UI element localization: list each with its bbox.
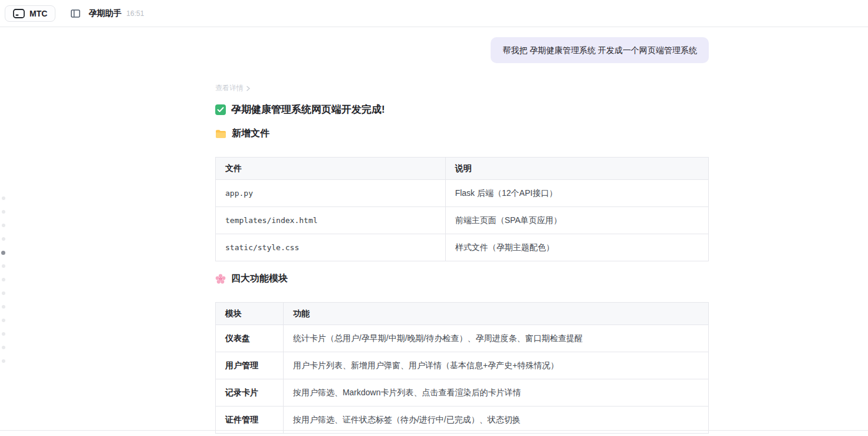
file-desc-cell: 前端主页面（SPA单页应用）: [445, 207, 708, 234]
column-header: 功能: [283, 303, 708, 325]
scroll-dot[interactable]: [2, 237, 5, 241]
table-row: static/style.css 样式文件（孕期主题配色）: [216, 234, 709, 261]
table-header-row: 模块 功能: [216, 303, 709, 325]
file-name-cell: app.py: [216, 180, 446, 207]
table-row: 用户管理 用户卡片列表、新增用户弹窗、用户详情（基本信息+孕产史+特殊情况）: [216, 352, 709, 379]
folder-icon: [215, 129, 226, 139]
scroll-dot-active[interactable]: [1, 251, 5, 255]
table-row: 仪表盘 统计卡片（总用户/孕早期/中期/晚期/待办检查）、孕周进度条、窗口期检查…: [216, 325, 709, 352]
table-row: 记录卡片 按用户筛选、Markdown卡片列表、点击查看渲染后的卡片详情: [216, 379, 709, 407]
scroll-dot[interactable]: [2, 264, 5, 268]
file-name-cell: templates/index.html: [216, 207, 446, 234]
files-section-heading: 新增文件: [215, 127, 709, 140]
brand-label: MTC: [29, 9, 47, 18]
module-name-cell: 记录卡片: [216, 379, 284, 407]
scroll-dot[interactable]: [2, 291, 5, 295]
flower-icon: [215, 274, 226, 284]
chat-area: 帮我把 孕期健康管理系统 开发成一个网页端管理系统 查看详情 孕期健康管理系统网…: [0, 37, 868, 434]
file-name-cell: static/style.css: [216, 234, 446, 261]
files-table: 文件 说明 app.py Flask 后端（12个API接口） template…: [215, 157, 709, 261]
table-header-row: 文件 说明: [216, 158, 709, 180]
module-desc-cell: 按用户筛选、证件状态标签（待办/进行中/已完成）、状态切换: [283, 407, 708, 434]
column-header: 模块: [216, 303, 284, 325]
bottom-divider: [0, 430, 868, 431]
done-heading-text: 孕期健康管理系统网页端开发完成!: [231, 103, 385, 116]
files-section-title: 新增文件: [232, 127, 269, 140]
modules-section-title: 四大功能模块: [231, 273, 288, 285]
scroll-dot[interactable]: [2, 319, 5, 322]
scroll-dot[interactable]: [2, 210, 5, 214]
view-details-label: 查看详情: [215, 83, 244, 93]
modules-table: 模块 功能 仪表盘 统计卡片（总用户/孕早期/中期/晚期/待办检查）、孕周进度条…: [215, 302, 709, 434]
chat-title: 孕期助手: [88, 8, 121, 19]
terminal-card-icon: [13, 9, 25, 18]
file-desc-cell: 样式文件（孕期主题配色）: [445, 234, 708, 261]
scroll-dot[interactable]: [2, 196, 5, 200]
module-name-cell: 证件管理: [216, 407, 284, 434]
scroll-dot[interactable]: [2, 224, 5, 227]
table-row: templates/index.html 前端主页面（SPA单页应用）: [216, 207, 709, 234]
view-details-link[interactable]: 查看详情: [215, 83, 251, 93]
column-header: 文件: [216, 158, 446, 180]
green-check-icon: [215, 104, 226, 115]
brand-badge[interactable]: MTC: [5, 5, 55, 22]
module-desc-cell: 统计卡片（总用户/孕早期/中期/晚期/待办检查）、孕周进度条、窗口期检查提醒: [283, 325, 708, 352]
column-header: 说明: [445, 158, 708, 180]
module-desc-cell: 按用户筛选、Markdown卡片列表、点击查看渲染后的卡片详情: [283, 379, 708, 407]
user-message-bubble: 帮我把 孕期健康管理系统 开发成一个网页端管理系统: [491, 37, 709, 63]
top-bar: MTC 孕期助手 16:51: [0, 0, 868, 27]
scroll-dot[interactable]: [2, 359, 5, 363]
module-desc-cell: 用户卡片列表、新增用户弹窗、用户详情（基本信息+孕产史+特殊情况）: [283, 352, 708, 379]
scroll-dot[interactable]: [2, 332, 5, 336]
chevron-right-icon: [246, 86, 251, 91]
chat-time: 16:51: [126, 9, 144, 18]
scroll-dot[interactable]: [2, 305, 5, 309]
scroll-dot[interactable]: [2, 278, 5, 281]
table-row: 证件管理 按用户筛选、证件状态标签（待办/进行中/已完成）、状态切换: [216, 407, 709, 434]
scroll-dot[interactable]: [2, 346, 5, 349]
module-name-cell: 仪表盘: [216, 325, 284, 352]
scroll-dots-rail: [1, 196, 5, 373]
file-desc-cell: Flask 后端（12个API接口）: [445, 180, 708, 207]
table-row: app.py Flask 后端（12个API接口）: [216, 180, 709, 207]
done-heading: 孕期健康管理系统网页端开发完成!: [215, 103, 709, 116]
sidebar-toggle-icon[interactable]: [68, 7, 83, 20]
module-name-cell: 用户管理: [216, 352, 284, 379]
modules-section-heading: 四大功能模块: [215, 273, 709, 285]
